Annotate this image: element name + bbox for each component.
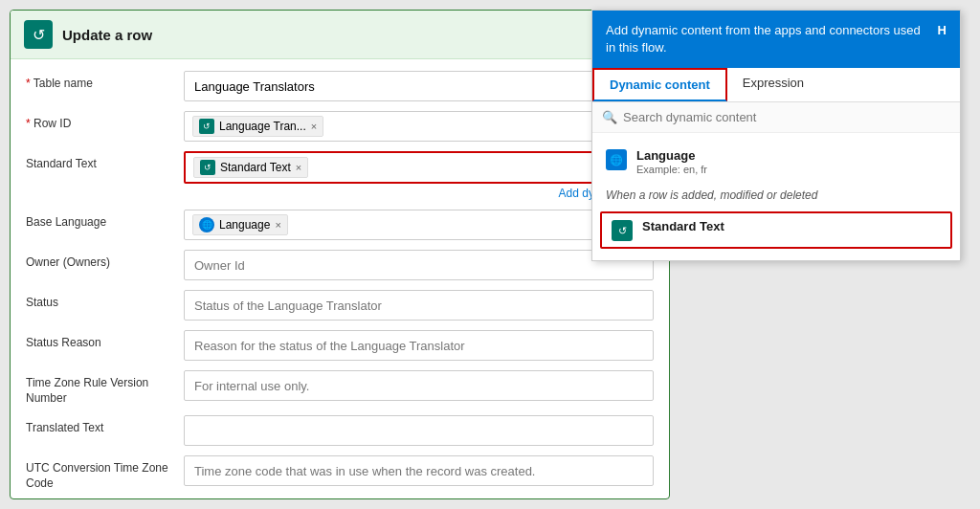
dp-language-text: Language Example: en, fr	[636, 148, 947, 175]
row-id-token: ↺ Language Tran... ×	[192, 116, 323, 137]
base-language-label: Base Language	[26, 210, 184, 229]
table-name-control: Language Translators ∨	[184, 71, 654, 101]
dp-header-h: H	[938, 22, 947, 39]
base-language-control: 🌐 Language ×	[184, 210, 654, 240]
dp-search-input[interactable]	[623, 110, 950, 124]
standard-text-token-text: Standard Text	[220, 161, 291, 174]
standard-text-token-close[interactable]: ×	[296, 162, 301, 173]
standard-text-control: ↺ Standard Text × Add dynamic co...	[184, 151, 654, 200]
standard-text-token: ↺ Standard Text ×	[193, 157, 308, 178]
globe-icon: 🌐	[199, 217, 214, 232]
owner-row: Owner (Owners)	[26, 250, 654, 280]
translated-text-control	[184, 415, 654, 446]
add-dynamic-link[interactable]: Add dynamic co...	[184, 187, 654, 200]
dp-search-container: 🔍	[592, 102, 960, 133]
dp-standard-text-text: Standard Text	[642, 219, 941, 233]
page-wrapper: ↺ Update a row ? ... Table name Language…	[0, 0, 980, 509]
dynamic-content-panel: Add dynamic content from the apps and co…	[591, 10, 961, 261]
status-row: Status	[26, 290, 654, 321]
dp-tabs: Dynamic content Expression	[592, 68, 960, 102]
base-language-field[interactable]: 🌐 Language ×	[184, 210, 654, 240]
base-language-token: 🌐 Language ×	[192, 214, 288, 235]
time-zone-row: Time Zone Rule Version Number	[26, 370, 654, 406]
utc-row: UTC Conversion Time Zone Code	[26, 455, 654, 491]
dp-body: 🌐 Language Example: en, fr When a row is…	[592, 133, 960, 260]
standard-text-token-icon: ↺	[200, 160, 215, 175]
row-id-token-text: Language Tran...	[219, 120, 306, 133]
base-language-token-close[interactable]: ×	[275, 219, 280, 231]
time-zone-input[interactable]	[184, 370, 654, 401]
standard-text-item-name: Standard Text	[642, 219, 941, 233]
card-title: Update a row	[62, 27, 600, 43]
translated-text-row: Translated Text	[26, 415, 654, 446]
utc-label: UTC Conversion Time Zone Code	[26, 455, 184, 491]
row-id-token-icon: ↺	[199, 119, 214, 134]
update-row-card: ↺ Update a row ? ... Table name Language…	[10, 10, 670, 499]
table-name-row: Table name Language Translators ∨	[26, 71, 654, 101]
card-header-icon: ↺	[24, 20, 53, 49]
language-item-desc: Example: en, fr	[636, 164, 947, 175]
translated-text-label: Translated Text	[26, 415, 184, 434]
search-icon: 🔍	[602, 110, 617, 124]
status-reason-control	[184, 330, 654, 361]
time-zone-control	[184, 370, 654, 401]
row-id-row: Row ID ↺ Language Tran... ×	[26, 111, 654, 142]
dp-separator: When a row is added, modified or deleted	[592, 183, 960, 208]
base-language-token-text: Language	[219, 218, 270, 232]
status-input[interactable]	[184, 290, 654, 321]
table-name-value: Language Translators	[194, 79, 315, 94]
tab-expression[interactable]: Expression	[727, 68, 819, 101]
row-id-label: Row ID	[26, 111, 184, 130]
card-header: ↺ Update a row ? ...	[11, 11, 669, 59]
dp-header: Add dynamic content from the apps and co…	[592, 11, 960, 68]
language-item-name: Language	[636, 148, 947, 163]
utc-control	[184, 455, 654, 486]
row-id-field[interactable]: ↺ Language Tran... ×	[184, 111, 654, 142]
owner-control	[184, 250, 654, 280]
standard-text-row: Standard Text ↺ Standard Text × Add dyna…	[26, 151, 654, 200]
status-label: Status	[26, 290, 184, 309]
time-zone-label: Time Zone Rule Version Number	[26, 370, 184, 406]
standard-text-label: Standard Text	[26, 151, 184, 170]
standard-text-item-icon: ↺	[612, 220, 633, 241]
dp-standard-text-item[interactable]: ↺ Standard Text	[600, 211, 952, 249]
dp-header-text: Add dynamic content from the apps and co…	[606, 22, 938, 56]
owner-label: Owner (Owners)	[26, 250, 184, 269]
status-control	[184, 290, 654, 321]
dp-language-item[interactable]: 🌐 Language Example: en, fr	[592, 141, 960, 183]
table-name-label: Table name	[26, 71, 184, 90]
translated-text-input[interactable]	[184, 415, 654, 446]
row-id-control: ↺ Language Tran... ×	[184, 111, 654, 142]
card-body: Table name Language Translators ∨ Row ID…	[11, 59, 669, 498]
standard-text-field[interactable]: ↺ Standard Text ×	[184, 151, 654, 184]
tab-dynamic-content[interactable]: Dynamic content	[592, 68, 727, 101]
status-reason-label: Status Reason	[26, 330, 184, 349]
status-reason-row: Status Reason	[26, 330, 654, 361]
utc-input[interactable]	[184, 455, 654, 486]
language-item-icon: 🌐	[606, 149, 627, 170]
table-name-select[interactable]: Language Translators ∨	[184, 71, 654, 101]
status-reason-input[interactable]	[184, 330, 654, 361]
base-language-row: Base Language 🌐 Language ×	[26, 210, 654, 240]
owner-input[interactable]	[184, 250, 654, 280]
row-id-token-close[interactable]: ×	[311, 121, 317, 132]
